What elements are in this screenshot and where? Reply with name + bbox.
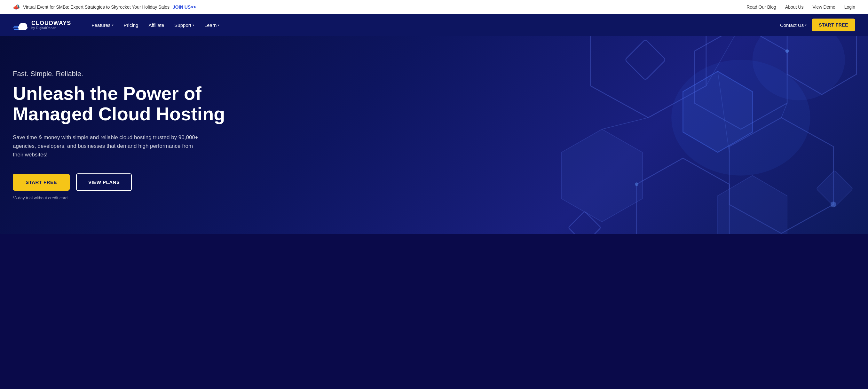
nav-item-affiliate[interactable]: Affiliate (144, 20, 168, 30)
svg-rect-15 (625, 39, 665, 80)
svg-marker-9 (729, 118, 833, 234)
svg-marker-11 (787, 36, 857, 94)
chevron-down-icon: ▾ (192, 23, 194, 27)
logo-name: CLOUDWAYS (31, 20, 71, 27)
svg-point-25 (635, 182, 639, 186)
hero-background-svg (347, 36, 868, 234)
announcement-left: 📣 Virtual Event for SMBs: Expert Strateg… (13, 3, 196, 10)
nav-item-pricing[interactable]: Pricing (119, 20, 143, 30)
hero-tagline: Fast. Simple. Reliable. (13, 70, 230, 78)
chevron-down-icon: ▾ (218, 23, 219, 27)
svg-point-23 (785, 49, 789, 53)
hero-section: Fast. Simple. Reliable. Unleash the Powe… (0, 36, 868, 234)
svg-marker-7 (590, 36, 706, 118)
about-us-link[interactable]: About Us (785, 4, 804, 9)
main-nav: CLOUDWAYS by DigitalOcean Features ▾ Pri… (0, 14, 868, 36)
svg-point-27 (671, 60, 810, 176)
hero-buttons: START FREE VIEW PLANS (13, 173, 230, 191)
svg-line-20 (781, 103, 787, 117)
trial-note: *3-day trial without credit card (13, 196, 230, 200)
chevron-down-icon: ▾ (805, 23, 807, 27)
logo-sub: by DigitalOcean (31, 26, 71, 30)
login-link[interactable]: Login (844, 4, 855, 9)
svg-point-28 (752, 36, 845, 100)
svg-marker-12 (683, 71, 752, 152)
announcement-text: Virtual Event for SMBs: Expert Strategie… (23, 4, 169, 9)
read-blog-link[interactable]: Read Our Blog (746, 4, 776, 9)
svg-line-21 (718, 71, 729, 152)
hero-description: Save time & money with simple and reliab… (13, 133, 205, 159)
hero-title: Unleash the Power of Managed Cloud Hosti… (13, 83, 230, 124)
announcement-cta[interactable]: JOIN US>> (173, 4, 196, 9)
nav-item-features[interactable]: Features ▾ (87, 20, 118, 30)
nav-item-support[interactable]: Support ▾ (170, 20, 198, 30)
megaphone-icon: 📣 (13, 3, 20, 10)
nav-right: Contact Us ▾ START FREE (780, 19, 855, 31)
svg-line-18 (602, 118, 648, 129)
hero-view-plans-button[interactable]: VIEW PLANS (76, 173, 132, 191)
logo-icon (13, 19, 28, 31)
svg-rect-16 (568, 211, 601, 234)
logo-text: CLOUDWAYS by DigitalOcean (31, 20, 71, 30)
svg-rect-17 (816, 170, 852, 207)
nav-links: Features ▾ Pricing Affiliate Support ▾ L… (87, 20, 780, 30)
svg-marker-8 (694, 36, 787, 129)
hero-start-free-button[interactable]: START FREE (13, 174, 70, 191)
svg-line-19 (706, 36, 741, 86)
hero-content: Fast. Simple. Reliable. Unleash the Powe… (13, 70, 230, 200)
svg-marker-14 (718, 176, 787, 234)
svg-marker-13 (561, 129, 642, 222)
view-demo-link[interactable]: View Demo (812, 4, 835, 9)
chevron-down-icon: ▾ (112, 23, 114, 27)
svg-marker-10 (637, 158, 729, 234)
announcement-right: Read Our Blog About Us View Demo Login (746, 4, 855, 9)
start-free-nav-button[interactable]: START FREE (812, 19, 855, 31)
announcement-bar: 📣 Virtual Event for SMBs: Expert Strateg… (0, 0, 868, 14)
contact-us-link[interactable]: Contact Us ▾ (780, 22, 807, 28)
svg-point-24 (830, 202, 836, 207)
svg-rect-6 (19, 28, 26, 30)
logo[interactable]: CLOUDWAYS by DigitalOcean (13, 19, 71, 31)
nav-item-learn[interactable]: Learn ▾ (200, 20, 224, 30)
cloudways-logo-svg (13, 19, 28, 31)
